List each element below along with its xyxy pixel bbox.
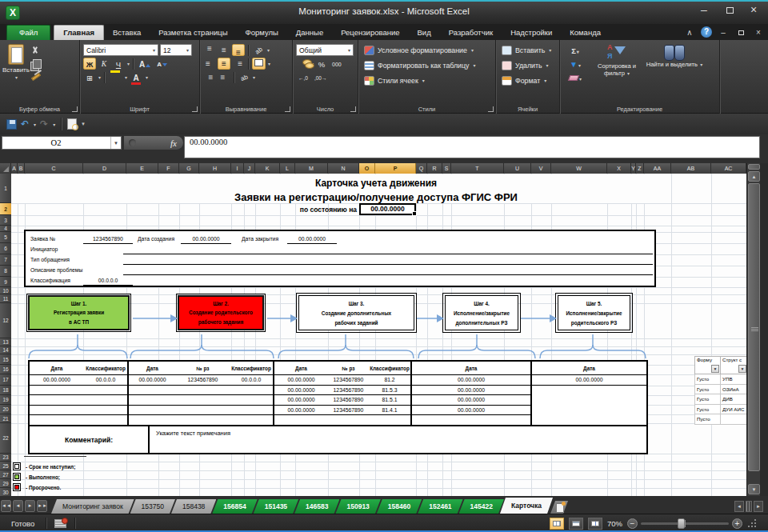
macro-record-icon[interactable]	[54, 519, 66, 528]
column-header[interactable]: R	[427, 163, 442, 174]
table-cell[interactable]: 1234567890	[328, 406, 369, 416]
row-header[interactable]: 17	[0, 374, 11, 386]
sheet-tab-146583[interactable]: 146583	[294, 499, 339, 514]
name-box[interactable]: O2 ▼	[2, 136, 122, 150]
column-header[interactable]: I	[231, 163, 244, 174]
column-header[interactable]: Z	[636, 163, 644, 174]
table-cell[interactable]: 1234567890	[328, 375, 369, 386]
column-header[interactable]: D	[83, 163, 126, 174]
italic-button[interactable]: К	[98, 58, 110, 70]
table-cell[interactable]: 00.00.0000	[410, 375, 530, 386]
side-table-cell[interactable]: Густо	[694, 374, 721, 385]
decrease-indent-icon[interactable]: ≡	[203, 71, 216, 83]
table-cell[interactable]	[230, 406, 273, 416]
column-header[interactable]: AB	[671, 163, 711, 174]
column-header[interactable]: J	[244, 163, 255, 174]
row-header[interactable]: 1	[0, 174, 11, 203]
align-center-icon[interactable]: ≡	[218, 58, 230, 70]
table-cell[interactable]	[84, 406, 127, 416]
row-header[interactable]: 27	[0, 470, 11, 479]
qat-customize-icon[interactable]: ▾	[82, 121, 85, 127]
table-cell[interactable]	[369, 415, 410, 426]
autosum-button[interactable]: Σ▾	[562, 44, 588, 56]
column-header[interactable]: L	[280, 163, 295, 174]
cut-icon[interactable]	[30, 46, 41, 56]
bold-button[interactable]: Ж	[83, 58, 96, 70]
table-cell[interactable]: 00.00.0000	[530, 375, 646, 386]
table-cell[interactable]: 1234567890	[328, 386, 369, 396]
scroll-up-icon[interactable]: ▲	[748, 171, 760, 182]
ribbon-tab-разработчик[interactable]: Разработчик	[440, 26, 502, 40]
side-table-cell[interactable]: ДИВ	[721, 394, 748, 405]
row-header[interactable]: 25	[0, 462, 11, 470]
sheet-tab-153750[interactable]: 153750	[130, 499, 175, 514]
shrink-font-button[interactable]: А	[154, 58, 170, 70]
row-header[interactable]: 5	[0, 232, 11, 243]
sheet-tab-мониторинг-заявок[interactable]: Мониторинг заявок	[51, 499, 134, 514]
close-button[interactable]: ×	[741, 2, 766, 19]
insert-function-button[interactable]: fx	[124, 136, 183, 150]
maximize-button[interactable]	[717, 2, 742, 19]
undo-icon[interactable]: ↶	[21, 118, 29, 130]
row-header[interactable]: 16	[0, 365, 11, 374]
zoom-slider-thumb[interactable]	[678, 518, 685, 529]
row-header[interactable]: 22	[0, 423, 11, 454]
table-cell[interactable]	[230, 386, 273, 396]
font-color-button[interactable]: А	[129, 71, 143, 83]
table-cell[interactable]	[84, 395, 127, 406]
align-right-icon[interactable]: ≡	[232, 58, 245, 70]
filter-dropdown-icon[interactable]: ▼	[711, 365, 719, 373]
cell-styles-button[interactable]: Стили ячеек▾	[361, 73, 493, 88]
column-header[interactable]: C	[25, 163, 83, 174]
table-cell[interactable]: 81.5.1	[369, 395, 410, 406]
table-cell[interactable]	[230, 395, 273, 406]
row-header[interactable]: 12	[0, 303, 11, 338]
increase-indent-icon[interactable]: ≡	[218, 71, 230, 83]
sheet-tab-158438[interactable]: 158438	[171, 499, 216, 514]
table-cell[interactable]	[127, 415, 176, 426]
normal-view-button[interactable]	[550, 518, 564, 530]
increase-decimal-icon[interactable]: ←,0	[296, 71, 310, 83]
workbook-minimize-icon[interactable]: –	[717, 28, 730, 37]
problem-description-value-line[interactable]	[123, 274, 653, 275]
column-header[interactable]: X	[607, 163, 631, 174]
ribbon-tab-команда[interactable]: Команда	[561, 26, 610, 40]
copy-icon[interactable]	[33, 59, 42, 69]
side-table-cell[interactable]: Пусто	[694, 414, 721, 425]
table-cell[interactable]: 00.00.0000	[410, 395, 530, 406]
name-box-dropdown-icon[interactable]: ▼	[110, 137, 121, 149]
table-cell[interactable]	[30, 386, 84, 396]
table-cell[interactable]: 81.5.3	[369, 386, 410, 396]
find-select-button[interactable]: Найти и выделить ▾	[646, 42, 703, 83]
first-sheet-icon[interactable]: ◄◄	[1, 500, 11, 512]
fill-down-button[interactable]: ▼▾	[562, 58, 588, 70]
zoom-in-icon[interactable]: +	[732, 518, 742, 529]
request-number-value[interactable]: 1234567890	[83, 234, 133, 244]
tab-splitter-handle[interactable]	[746, 501, 752, 512]
table-cell[interactable]	[176, 395, 230, 406]
row-header[interactable]: 15	[0, 354, 11, 365]
decrease-decimal-icon[interactable]: ,00→	[312, 71, 330, 83]
column-header[interactable]: K	[255, 163, 280, 174]
ribbon-tab-формулы[interactable]: Формулы	[237, 26, 287, 40]
table-cell[interactable]	[530, 386, 646, 396]
ribbon-tab-вид[interactable]: Вид	[409, 26, 440, 40]
row-header[interactable]: 7	[0, 254, 11, 266]
column-header[interactable]: H	[199, 163, 231, 174]
table-cell[interactable]	[530, 415, 646, 426]
align-bottom-icon[interactable]: ≡	[232, 44, 245, 56]
table-cell[interactable]	[176, 386, 230, 396]
prev-sheet-icon[interactable]: ◄	[13, 500, 23, 512]
table-cell[interactable]	[230, 415, 273, 426]
process-step-3[interactable]: Шаг 3.Создание дополнительныхрабочих зад…	[298, 295, 414, 330]
table-cell[interactable]	[410, 415, 530, 426]
alignment-dialog-launcher[interactable]	[285, 106, 290, 112]
column-header[interactable]: N	[328, 163, 359, 174]
ribbon-tab-вставка[interactable]: Вставка	[104, 26, 150, 40]
created-date-value[interactable]: 00.00.0000	[181, 234, 231, 244]
column-header[interactable]: E	[126, 163, 158, 174]
ribbon-tab-данные[interactable]: Данные	[287, 26, 332, 40]
table-cell[interactable]	[328, 415, 369, 426]
side-table-cell[interactable]: Густо	[694, 405, 721, 415]
clipboard-dialog-launcher[interactable]	[72, 106, 78, 112]
